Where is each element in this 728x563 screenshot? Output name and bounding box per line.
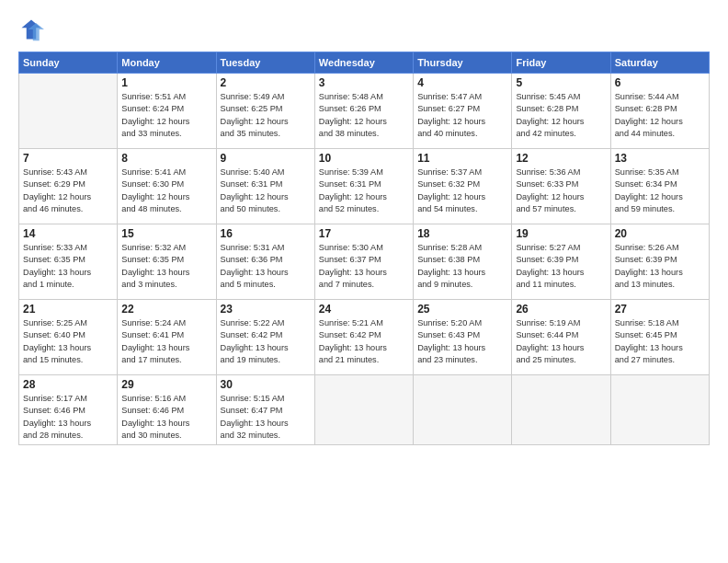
calendar-week-2: 7Sunrise: 5:43 AMSunset: 6:29 PMDaylight… — [19, 149, 710, 224]
day-number: 1 — [121, 76, 211, 89]
day-info: Sunrise: 5:20 AMSunset: 6:43 PMDaylight:… — [417, 317, 507, 366]
day-number: 9 — [221, 152, 311, 165]
day-info: Sunrise: 5:15 AMSunset: 6:47 PMDaylight:… — [221, 393, 311, 442]
calendar-header-thursday: Thursday — [414, 52, 512, 74]
day-info: Sunrise: 5:19 AMSunset: 6:44 PMDaylight:… — [516, 317, 606, 366]
day-number: 23 — [221, 303, 311, 316]
day-number: 19 — [516, 227, 606, 240]
logo-icon — [18, 17, 44, 42]
day-number: 10 — [319, 152, 409, 165]
calendar-cell: 9Sunrise: 5:40 AMSunset: 6:31 PMDaylight… — [216, 149, 314, 224]
day-info: Sunrise: 5:24 AMSunset: 6:41 PMDaylight:… — [121, 317, 211, 366]
calendar-cell: 11Sunrise: 5:37 AMSunset: 6:32 PMDayligh… — [414, 149, 512, 224]
day-number: 8 — [121, 152, 211, 165]
calendar-header-friday: Friday — [512, 52, 610, 74]
day-number: 5 — [516, 76, 606, 89]
calendar-cell: 27Sunrise: 5:18 AMSunset: 6:45 PMDayligh… — [610, 300, 709, 375]
calendar-cell: 18Sunrise: 5:28 AMSunset: 6:38 PMDayligh… — [414, 224, 512, 300]
calendar-cell — [19, 74, 118, 149]
calendar-cell: 24Sunrise: 5:21 AMSunset: 6:42 PMDayligh… — [314, 300, 413, 375]
calendar-cell — [314, 375, 413, 445]
calendar-cell: 10Sunrise: 5:39 AMSunset: 6:31 PMDayligh… — [314, 149, 413, 224]
calendar-cell: 26Sunrise: 5:19 AMSunset: 6:44 PMDayligh… — [512, 300, 610, 375]
day-number: 25 — [417, 303, 507, 316]
day-info: Sunrise: 5:36 AMSunset: 6:33 PMDaylight:… — [516, 167, 606, 215]
day-info: Sunrise: 5:32 AMSunset: 6:35 PMDaylight:… — [121, 242, 211, 291]
calendar-cell: 17Sunrise: 5:30 AMSunset: 6:37 PMDayligh… — [314, 224, 413, 300]
calendar-cell: 28Sunrise: 5:17 AMSunset: 6:46 PMDayligh… — [19, 375, 118, 445]
calendar-cell — [610, 375, 709, 445]
day-info: Sunrise: 5:35 AMSunset: 6:34 PMDaylight:… — [615, 167, 705, 215]
calendar-cell: 29Sunrise: 5:16 AMSunset: 6:46 PMDayligh… — [118, 375, 216, 445]
calendar-cell: 19Sunrise: 5:27 AMSunset: 6:39 PMDayligh… — [512, 224, 610, 300]
day-number: 20 — [615, 227, 705, 240]
calendar-cell: 14Sunrise: 5:33 AMSunset: 6:35 PMDayligh… — [19, 224, 118, 300]
day-number: 21 — [23, 303, 113, 316]
day-info: Sunrise: 5:41 AMSunset: 6:30 PMDaylight:… — [121, 167, 211, 215]
day-number: 22 — [121, 303, 211, 316]
day-info: Sunrise: 5:33 AMSunset: 6:35 PMDaylight:… — [23, 242, 113, 291]
day-number: 4 — [417, 76, 507, 89]
calendar-cell: 13Sunrise: 5:35 AMSunset: 6:34 PMDayligh… — [610, 149, 709, 224]
calendar-header-row: SundayMondayTuesdayWednesdayThursdayFrid… — [19, 52, 710, 74]
calendar-cell: 2Sunrise: 5:49 AMSunset: 6:25 PMDaylight… — [216, 74, 314, 149]
day-number: 24 — [319, 303, 409, 316]
day-number: 12 — [516, 152, 606, 165]
day-number: 30 — [221, 378, 311, 391]
day-info: Sunrise: 5:40 AMSunset: 6:31 PMDaylight:… — [221, 167, 311, 215]
day-info: Sunrise: 5:51 AMSunset: 6:24 PMDaylight:… — [121, 91, 211, 140]
calendar-week-1: 1Sunrise: 5:51 AMSunset: 6:24 PMDaylight… — [19, 74, 710, 149]
calendar-cell: 23Sunrise: 5:22 AMSunset: 6:42 PMDayligh… — [216, 300, 314, 375]
day-number: 18 — [417, 227, 507, 240]
day-info: Sunrise: 5:27 AMSunset: 6:39 PMDaylight:… — [516, 242, 606, 291]
calendar-cell: 3Sunrise: 5:48 AMSunset: 6:26 PMDaylight… — [314, 74, 413, 149]
day-number: 16 — [221, 227, 311, 240]
calendar-cell: 5Sunrise: 5:45 AMSunset: 6:28 PMDaylight… — [512, 74, 610, 149]
calendar-header-monday: Monday — [118, 52, 216, 74]
calendar-week-3: 14Sunrise: 5:33 AMSunset: 6:35 PMDayligh… — [19, 224, 710, 300]
day-info: Sunrise: 5:28 AMSunset: 6:38 PMDaylight:… — [417, 242, 507, 291]
calendar-cell: 1Sunrise: 5:51 AMSunset: 6:24 PMDaylight… — [118, 74, 216, 149]
day-number: 3 — [319, 76, 409, 89]
calendar-cell — [414, 375, 512, 445]
day-number: 11 — [417, 152, 507, 165]
calendar-cell: 12Sunrise: 5:36 AMSunset: 6:33 PMDayligh… — [512, 149, 610, 224]
day-info: Sunrise: 5:30 AMSunset: 6:37 PMDaylight:… — [319, 242, 409, 291]
day-number: 28 — [23, 378, 113, 391]
day-info: Sunrise: 5:22 AMSunset: 6:42 PMDaylight:… — [221, 317, 311, 366]
day-info: Sunrise: 5:37 AMSunset: 6:32 PMDaylight:… — [417, 167, 507, 215]
calendar-cell: 25Sunrise: 5:20 AMSunset: 6:43 PMDayligh… — [414, 300, 512, 375]
day-info: Sunrise: 5:44 AMSunset: 6:28 PMDaylight:… — [615, 91, 705, 140]
day-info: Sunrise: 5:25 AMSunset: 6:40 PMDaylight:… — [23, 317, 113, 366]
page: SundayMondayTuesdayWednesdayThursdayFrid… — [0, 0, 728, 563]
calendar: SundayMondayTuesdayWednesdayThursdayFrid… — [18, 52, 710, 445]
calendar-header-sunday: Sunday — [19, 52, 118, 74]
day-number: 26 — [516, 303, 606, 316]
day-info: Sunrise: 5:45 AMSunset: 6:28 PMDaylight:… — [516, 91, 606, 140]
calendar-header-tuesday: Tuesday — [216, 52, 314, 74]
day-number: 7 — [23, 152, 113, 165]
calendar-cell: 15Sunrise: 5:32 AMSunset: 6:35 PMDayligh… — [118, 224, 216, 300]
day-info: Sunrise: 5:31 AMSunset: 6:36 PMDaylight:… — [221, 242, 311, 291]
calendar-cell: 16Sunrise: 5:31 AMSunset: 6:36 PMDayligh… — [216, 224, 314, 300]
day-info: Sunrise: 5:16 AMSunset: 6:46 PMDaylight:… — [121, 393, 211, 442]
calendar-header-saturday: Saturday — [610, 52, 709, 74]
logo — [18, 17, 48, 42]
day-number: 15 — [121, 227, 211, 240]
calendar-cell: 20Sunrise: 5:26 AMSunset: 6:39 PMDayligh… — [610, 224, 709, 300]
day-info: Sunrise: 5:17 AMSunset: 6:46 PMDaylight:… — [23, 393, 113, 442]
day-number: 29 — [121, 378, 211, 391]
calendar-cell: 22Sunrise: 5:24 AMSunset: 6:41 PMDayligh… — [118, 300, 216, 375]
day-info: Sunrise: 5:18 AMSunset: 6:45 PMDaylight:… — [615, 317, 705, 366]
day-number: 6 — [615, 76, 705, 89]
day-info: Sunrise: 5:47 AMSunset: 6:27 PMDaylight:… — [417, 91, 507, 140]
day-number: 27 — [615, 303, 705, 316]
day-info: Sunrise: 5:39 AMSunset: 6:31 PMDaylight:… — [319, 167, 409, 215]
day-info: Sunrise: 5:48 AMSunset: 6:26 PMDaylight:… — [319, 91, 409, 140]
day-info: Sunrise: 5:21 AMSunset: 6:42 PMDaylight:… — [319, 317, 409, 366]
calendar-cell: 7Sunrise: 5:43 AMSunset: 6:29 PMDaylight… — [19, 149, 118, 224]
day-info: Sunrise: 5:26 AMSunset: 6:39 PMDaylight:… — [615, 242, 705, 291]
header — [18, 17, 710, 42]
calendar-cell: 30Sunrise: 5:15 AMSunset: 6:47 PMDayligh… — [216, 375, 314, 445]
calendar-week-4: 21Sunrise: 5:25 AMSunset: 6:40 PMDayligh… — [19, 300, 710, 375]
